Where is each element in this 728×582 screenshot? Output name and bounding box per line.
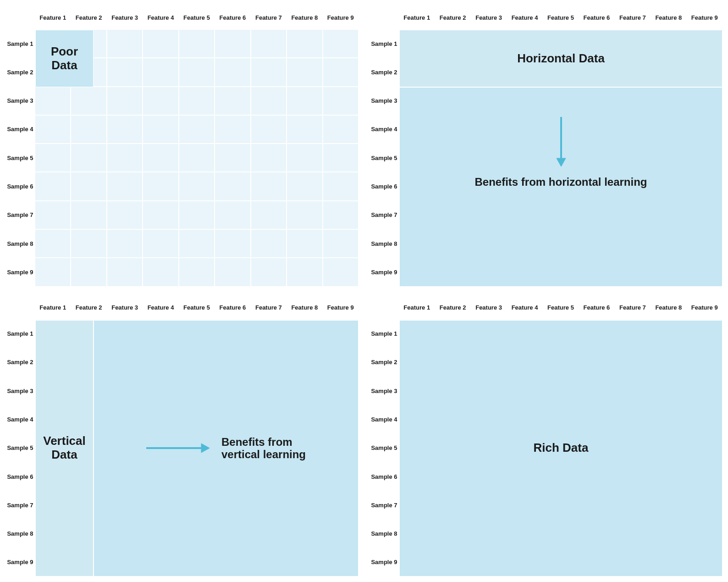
row-header: Sample 5	[370, 144, 399, 172]
vertical-data-line2: Data	[51, 448, 77, 462]
row-header: Sample 8	[370, 519, 399, 548]
row-header: Sample 1	[6, 320, 35, 348]
poor-data-label: Poor Data	[35, 30, 94, 87]
vertical-benefit-line1: Benefits from	[221, 436, 306, 449]
panel-poor-data: Feature 1 Feature 2 Feature 3 Feature 4 …	[6, 6, 358, 287]
row-header: Sample 4	[6, 405, 35, 433]
vertical-data-label: Vertical Data	[35, 320, 94, 577]
row-header: Sample 2	[6, 58, 35, 86]
row-header: Sample 5	[6, 144, 35, 172]
row-header: Sample 9	[370, 258, 399, 286]
row-header: Sample 9	[6, 548, 35, 576]
col-header: Feature 9	[323, 6, 358, 29]
rich-data-label: Rich Data	[399, 320, 722, 577]
row-header: Sample 1	[6, 29, 35, 58]
row-header: Sample 4	[370, 115, 399, 144]
panel-vertical-data: Feature 1 Feature 2 Feature 3 Feature 4 …	[6, 296, 358, 577]
col-header: Feature 6	[215, 6, 250, 29]
vertical-data-line1: Vertical	[43, 434, 86, 448]
row-header: Sample 1	[370, 320, 399, 348]
col-header: Feature 7	[251, 6, 287, 29]
col-header: Feature 5	[179, 296, 215, 320]
row-header: Sample 8	[6, 229, 35, 258]
poor-data-label-line1: Poor	[51, 45, 78, 59]
col-header: Feature 3	[471, 6, 507, 29]
col-header: Feature 6	[579, 296, 614, 320]
col-header: Feature 5	[543, 296, 579, 320]
col-header: Feature 9	[687, 296, 722, 320]
col-header: Feature 1	[399, 6, 435, 29]
row-header: Sample 6	[6, 462, 35, 491]
col-header: Feature 8	[287, 6, 322, 29]
col-header: Feature 3	[471, 296, 507, 320]
col-header: Feature 5	[543, 6, 579, 29]
col-header: Feature 4	[507, 296, 542, 320]
corner-cell	[6, 296, 35, 320]
row-header: Sample 2	[370, 348, 399, 377]
col-header: Feature 2	[71, 296, 106, 320]
row-header: Sample 9	[6, 258, 35, 286]
col-header: Feature 2	[435, 296, 470, 320]
row-header: Sample 5	[6, 434, 35, 462]
rich-data-title: Rich Data	[534, 441, 589, 455]
row-header: Sample 4	[6, 115, 35, 144]
row-header: Sample 7	[6, 201, 35, 229]
col-header: Feature 4	[143, 6, 178, 29]
row-header: Sample 3	[370, 87, 399, 115]
vertical-benefit-label: Benefits from vertical learning	[94, 320, 358, 577]
horizontal-benefit-text: Benefits from horizontal learning	[474, 176, 647, 188]
col-header: Feature 1	[35, 296, 71, 320]
row-header: Sample 1	[370, 29, 399, 58]
poor-data-label-line2: Data	[51, 59, 77, 72]
row-header: Sample 5	[370, 434, 399, 462]
col-header: Feature 4	[507, 6, 542, 29]
diagram-page: Feature 1 Feature 2 Feature 3 Feature 4 …	[0, 0, 728, 582]
col-header: Feature 7	[615, 6, 651, 29]
col-header: Feature 1	[35, 6, 71, 29]
svg-marker-1	[557, 158, 566, 166]
col-header: Feature 6	[215, 296, 250, 320]
row-header: Sample 7	[370, 491, 399, 519]
panel-horizontal-data: Feature 1 Feature 2 Feature 3 Feature 4 …	[370, 6, 722, 287]
arrow-right-icon	[146, 441, 210, 455]
svg-marker-3	[201, 443, 210, 453]
row-header: Sample 3	[6, 377, 35, 405]
row-header: Sample 4	[370, 405, 399, 433]
col-header: Feature 4	[143, 296, 178, 320]
row-header: Sample 3	[370, 377, 399, 405]
col-header: Feature 8	[651, 6, 686, 29]
row-header: Sample 2	[6, 348, 35, 377]
col-header: Feature 7	[251, 296, 287, 320]
corner-cell	[370, 296, 399, 320]
col-header: Feature 8	[287, 296, 322, 320]
col-header: Feature 1	[399, 296, 435, 320]
row-header: Sample 2	[370, 58, 399, 86]
col-header: Feature 3	[107, 296, 143, 320]
corner-cell	[370, 6, 399, 29]
arrow-down-icon	[552, 117, 570, 167]
col-header: Feature 6	[579, 6, 614, 29]
horizontal-data-label: Horizontal Data	[399, 30, 722, 87]
row-header: Sample 8	[370, 229, 399, 258]
corner-cell	[6, 6, 35, 29]
row-header: Sample 3	[6, 87, 35, 115]
col-header: Feature 2	[435, 6, 470, 29]
horizontal-benefit-label: Benefits from horizontal learning	[399, 87, 722, 287]
vertical-benefit-line2: vertical learning	[221, 448, 306, 461]
row-header: Sample 7	[370, 201, 399, 229]
row-header: Sample 6	[370, 172, 399, 200]
col-header: Feature 5	[179, 6, 215, 29]
horizontal-data-title: Horizontal Data	[517, 52, 605, 66]
row-header: Sample 7	[6, 491, 35, 519]
row-header: Sample 8	[6, 519, 35, 548]
panel-rich-data: Feature 1 Feature 2 Feature 3 Feature 4 …	[370, 296, 722, 577]
col-header: Feature 7	[615, 296, 651, 320]
col-header: Feature 9	[323, 296, 358, 320]
col-header: Feature 8	[651, 296, 686, 320]
col-header: Feature 3	[107, 6, 143, 29]
row-header: Sample 9	[370, 548, 399, 576]
row-header: Sample 6	[6, 172, 35, 200]
row-header: Sample 6	[370, 462, 399, 491]
col-header: Feature 2	[71, 6, 106, 29]
col-header: Feature 9	[687, 6, 722, 29]
